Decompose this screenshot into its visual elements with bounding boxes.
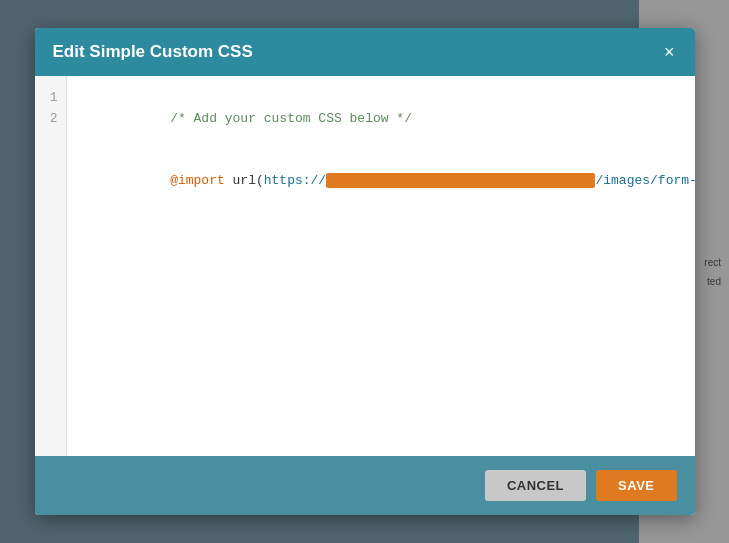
css-url-https: https:// [264,173,326,188]
save-button[interactable]: SAVE [596,470,676,501]
modal-header: Edit Simple Custom CSS × [35,28,695,76]
css-at-rule: @import [170,173,225,188]
code-line-1: /* Add your custom CSS below */ [77,88,685,150]
code-content[interactable]: /* Add your custom CSS below */ @import … [67,76,695,456]
modal-overlay: Edit Simple Custom CSS × 1 2 /* Add your… [0,0,729,543]
line-numbers: 1 2 [35,76,67,456]
modal-footer: CANCEL SAVE [35,456,695,515]
css-url-highlighted [326,173,595,188]
css-url-prefix: url( [225,173,264,188]
css-comment: /* Add your custom CSS below */ [170,111,412,126]
line-number-2: 2 [43,109,58,130]
modal-title: Edit Simple Custom CSS [53,42,253,62]
cancel-button[interactable]: CANCEL [485,470,586,501]
modal-body: 1 2 /* Add your custom CSS below */ @imp… [35,76,695,456]
css-url-suffix: /images/form-css-2019.c [595,173,694,188]
modal-dialog: Edit Simple Custom CSS × 1 2 /* Add your… [35,28,695,515]
line-number-1: 1 [43,88,58,109]
code-editor[interactable]: 1 2 /* Add your custom CSS below */ @imp… [35,76,695,456]
modal-close-button[interactable]: × [662,43,677,61]
code-line-2: @import url(https:// /images/form-css-20… [77,150,685,212]
